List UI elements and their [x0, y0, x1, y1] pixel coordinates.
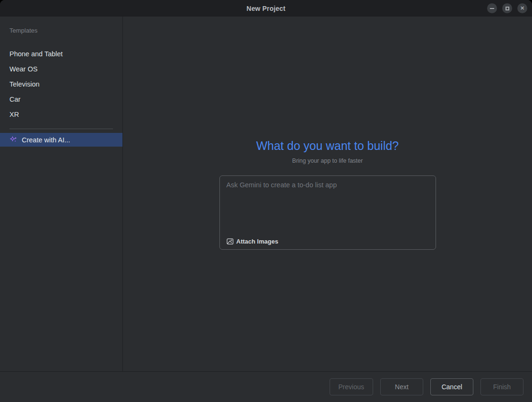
sidebar-item-label: Television	[9, 80, 40, 88]
page-subtitle: Bring your app to life faster	[292, 157, 363, 164]
gemini-sparkle-icon	[9, 136, 17, 144]
sidebar-divider	[9, 129, 113, 129]
sidebar-item-label: Car	[9, 96, 20, 103]
sidebar-item-create-with-ai[interactable]: Create with AI...	[0, 133, 122, 147]
image-icon	[227, 238, 234, 245]
sidebar-section-label: Templates	[0, 27, 122, 34]
sidebar-item-label: Phone and Tablet	[9, 50, 63, 58]
sidebar-item-label: Create with AI...	[22, 136, 70, 144]
templates-sidebar: Templates Phone and Tablet Wear OS Telev…	[0, 17, 123, 371]
minimize-icon	[490, 8, 494, 9]
gemini-prompt-box: Attach Images	[219, 175, 436, 250]
attach-images-label: Attach Images	[236, 238, 279, 245]
maximize-icon	[506, 7, 509, 10]
page-title: What do you want to build?	[256, 139, 399, 153]
sidebar-item-wear-os[interactable]: Wear OS	[0, 61, 122, 77]
sidebar-item-xr[interactable]: XR	[0, 107, 122, 122]
titlebar: New Project ✕	[0, 0, 532, 17]
close-icon: ✕	[520, 6, 524, 11]
sidebar-item-label: XR	[9, 111, 19, 118]
previous-button[interactable]: Previous	[330, 378, 373, 395]
sidebar-item-television[interactable]: Television	[0, 77, 122, 92]
minimize-button[interactable]	[487, 3, 497, 13]
main-pane: What do you want to build? Bring your ap…	[123, 17, 532, 371]
maximize-button[interactable]	[502, 3, 512, 13]
close-button[interactable]: ✕	[517, 3, 527, 13]
sidebar-item-phone-and-tablet[interactable]: Phone and Tablet	[0, 46, 122, 61]
window-title: New Project	[246, 5, 285, 12]
sidebar-item-label: Wear OS	[9, 65, 37, 73]
cancel-button[interactable]: Cancel	[430, 378, 473, 395]
finish-button[interactable]: Finish	[480, 378, 523, 395]
next-button[interactable]: Next	[380, 378, 423, 395]
sidebar-item-car[interactable]: Car	[0, 92, 122, 107]
window-content: Templates Phone and Tablet Wear OS Telev…	[0, 17, 532, 371]
attach-images-button[interactable]: Attach Images	[225, 237, 280, 246]
gemini-prompt-input[interactable]	[220, 176, 436, 229]
new-project-window: New Project ✕ Templates Phone and Tablet…	[0, 0, 532, 402]
wizard-footer: Previous Next Cancel Finish	[0, 371, 532, 402]
window-controls: ✕	[487, 0, 527, 17]
